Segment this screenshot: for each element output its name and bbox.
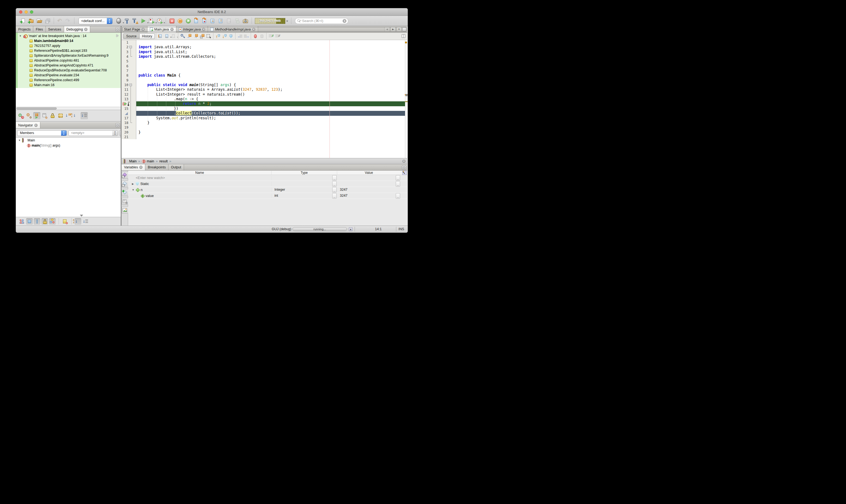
stack-frame[interactable]: Spliterators$ArraySpliterator.forEachRem… xyxy=(16,53,121,58)
breadcrumb-item[interactable]: main xyxy=(142,159,154,163)
apply-icon[interactable] xyxy=(233,17,242,25)
thread-root-row[interactable]: ▼'main' at line breakpoint Main.java : 1… xyxy=(16,34,121,38)
line-number[interactable]: 8 xyxy=(126,73,128,78)
macro-start-icon[interactable] xyxy=(252,33,259,39)
float-panel-button[interactable] xyxy=(116,27,120,31)
camera-icon[interactable] xyxy=(242,17,250,25)
debug-project-icon[interactable] xyxy=(147,17,156,25)
tab-projects[interactable]: Projects xyxy=(16,26,33,32)
profile-icon[interactable] xyxy=(156,17,164,25)
variables-row[interactable]: ▶Static...... xyxy=(128,181,407,187)
breadcrumb-item[interactable]: result xyxy=(159,159,168,163)
dbg-gears-icon[interactable] xyxy=(25,112,32,119)
line-number[interactable]: 13 xyxy=(124,97,128,101)
dbg-window-icon[interactable] xyxy=(57,112,64,119)
dbg-lock-icon[interactable] xyxy=(49,112,56,119)
stack-frame[interactable]: Main.lambda$main$0:14 xyxy=(16,38,121,43)
bm-next-icon[interactable] xyxy=(221,33,228,39)
close-breadcrumb-icon[interactable] xyxy=(402,160,406,163)
close-icon[interactable] xyxy=(34,124,38,127)
vs-watch-icon[interactable] xyxy=(122,180,128,187)
line-number[interactable]: 1 xyxy=(126,40,128,45)
error-stripe[interactable] xyxy=(405,40,407,158)
line-number[interactable]: 9 xyxy=(126,78,128,83)
resize-grip-icon[interactable] xyxy=(80,215,83,217)
find-next-icon[interactable] xyxy=(192,33,199,39)
line-number[interactable]: 6 xyxy=(126,64,128,68)
open-project-icon[interactable] xyxy=(35,17,43,25)
search-clear-icon[interactable]: x xyxy=(342,19,347,23)
stack-frame[interactable]: ReferencePipeline$3$1.accept:193 xyxy=(16,48,121,53)
tab-breakpoints[interactable]: Breakpoints xyxy=(145,164,169,170)
new-project-icon[interactable] xyxy=(27,17,35,25)
collapse-icon[interactable]: ▼ xyxy=(19,35,22,37)
debugging-call-stack[interactable]: ▼'main' at line breakpoint Main.java : 1… xyxy=(16,33,121,110)
ellipsis-button[interactable]: ... xyxy=(396,181,400,186)
last-edit-icon[interactable] xyxy=(157,33,164,39)
stack-frame[interactable]: Main.main:16 xyxy=(16,83,121,87)
code-fold-icon[interactable] xyxy=(129,84,132,86)
run-cursor-icon[interactable] xyxy=(225,17,233,25)
expander-icon[interactable]: ▼ xyxy=(132,188,134,191)
cancel-progress-button[interactable]: x xyxy=(349,228,352,231)
ellipsis-button[interactable]: ... xyxy=(332,187,337,193)
line-number[interactable]: 12 xyxy=(124,92,128,97)
line-number[interactable]: 17 xyxy=(124,116,128,121)
step-into-icon[interactable] xyxy=(209,17,217,25)
line-number[interactable]: 11 xyxy=(124,87,128,92)
config-combobox[interactable]: <default conf... ▲▼ xyxy=(78,18,112,24)
line-number[interactable]: 21 xyxy=(124,134,128,139)
tab-navigator[interactable]: Navigator xyxy=(16,122,40,128)
tab-services[interactable]: Services xyxy=(46,26,64,32)
stack-frame[interactable]: ReduceOps$ReduceOp.evaluateSequential:70… xyxy=(16,68,121,73)
rect-sel-icon[interactable] xyxy=(206,33,212,39)
highlight-icon[interactable] xyxy=(199,33,206,39)
shift-left-icon[interactable] xyxy=(236,33,243,39)
scrollbar-thumb[interactable] xyxy=(16,107,57,109)
variables-table-header[interactable]: Name Type Value xyxy=(128,170,407,175)
line-number[interactable]: 10 xyxy=(124,83,128,87)
line-number[interactable]: 18 xyxy=(124,121,128,125)
call-line-mark[interactable] xyxy=(405,101,408,102)
run-icon[interactable] xyxy=(139,17,147,25)
bm-prev-icon[interactable] xyxy=(214,33,221,39)
line-number[interactable]: 2 xyxy=(126,45,128,49)
pause-icon[interactable] xyxy=(176,17,184,25)
ellipsis-button[interactable]: ... xyxy=(332,175,337,181)
line-number[interactable]: 3 xyxy=(126,50,128,54)
tab-debugging[interactable]: Debugging xyxy=(64,26,90,32)
uncomment-icon[interactable] xyxy=(274,33,281,39)
search-input[interactable]: Search (⌘+I) x xyxy=(295,18,348,24)
undo-icon[interactable] xyxy=(56,17,64,25)
line-number[interactable]: 19 xyxy=(124,125,128,130)
stack-frame[interactable]: AbstractPipeline.wrapAndCopyInto:471 xyxy=(16,63,121,68)
maximize-editor-button[interactable] xyxy=(402,27,406,31)
step-exp-icon[interactable] xyxy=(200,17,209,25)
shift-right-icon[interactable] xyxy=(243,33,250,39)
stop-icon[interactable] xyxy=(168,17,176,25)
nav-nonpublic-icon[interactable] xyxy=(49,218,56,225)
close-icon[interactable] xyxy=(139,166,143,169)
stack-frame[interactable]: AbstractPipeline.copyInto:481 xyxy=(16,58,121,63)
code-editor[interactable]: 12import java.util.Arrays;3import java.u… xyxy=(122,40,407,158)
current-line-mark[interactable] xyxy=(405,94,408,95)
clean-build-icon[interactable] xyxy=(131,17,139,25)
split-document-icon[interactable] xyxy=(401,34,406,39)
line-number[interactable]: 7 xyxy=(126,68,128,73)
navigator-tree[interactable]: ▼ Main main(String[] args) xyxy=(16,137,121,217)
stack-frame[interactable]: AbstractPipeline.evaluate:234 xyxy=(16,73,121,78)
nav-inner-icon[interactable] xyxy=(62,218,68,225)
ellipsis-button[interactable]: ... xyxy=(396,193,400,199)
macro-stop-icon[interactable] xyxy=(259,33,265,39)
line-number[interactable]: 20 xyxy=(124,130,128,134)
dbg-az-icon[interactable] xyxy=(73,112,80,119)
navigator-method-row[interactable]: main(String[] args) xyxy=(16,143,121,148)
status-progress-bar[interactable]: running... xyxy=(293,227,347,231)
vs-eval-icon[interactable] xyxy=(122,172,128,179)
dbg-pause-icon[interactable] xyxy=(33,112,40,119)
nav-lock-icon[interactable] xyxy=(41,218,48,225)
tab-files[interactable]: Files xyxy=(33,26,46,32)
ellipsis-button[interactable]: ... xyxy=(396,175,400,181)
line-number[interactable]: 4 xyxy=(126,54,128,59)
variables-row[interactable]: ▼nInteger...3247 xyxy=(128,187,407,193)
